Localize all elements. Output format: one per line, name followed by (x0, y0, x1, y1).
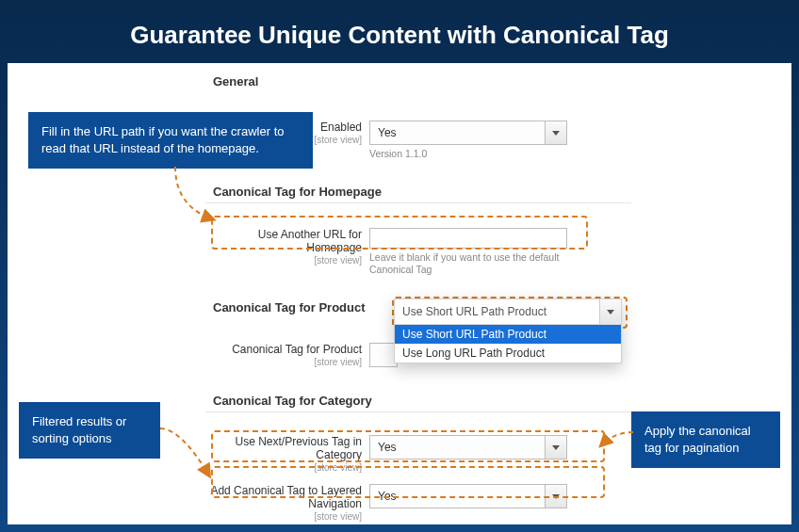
layered-value: Yes (378, 490, 397, 503)
chevron-down-icon (599, 299, 621, 324)
settings-panel: General Enabled [store view] Yes Version… (8, 63, 791, 524)
row-next-prev: Use Next/Previous Tag in Category [store… (205, 435, 631, 475)
product-path-option-short[interactable]: Use Short URL Path Product (395, 325, 621, 344)
use-another-url-input[interactable] (369, 228, 567, 249)
chevron-down-icon (545, 485, 566, 508)
page-title: Guarantee Unique Content with Canonical … (0, 21, 799, 50)
callout-pagination: Apply the canonical tag for pagination (631, 411, 780, 468)
product-path-option-long[interactable]: Use Long URL Path Product (395, 344, 621, 363)
next-prev-scope: [store view] (205, 461, 362, 475)
use-another-url-scope: [store view] (205, 254, 362, 267)
section-product-title: Canonical Tag for Product (213, 300, 366, 314)
product-path-dropdown[interactable]: Use Short URL Path Product Use Short URL… (394, 298, 622, 363)
use-another-url-note: Leave it blank if you want to use the de… (369, 251, 577, 276)
section-category: Canonical Tag for Category (205, 388, 631, 412)
layered-scope: [store view] (205, 510, 362, 524)
chevron-down-icon (545, 121, 566, 144)
canonical-product-label: Canonical Tag for Product (205, 343, 362, 356)
version-text: Version 1.1.0 (369, 148, 577, 160)
callout-url-path: Fill in the URL path if you want the cra… (28, 112, 313, 169)
section-general: General (205, 69, 631, 92)
section-category-title: Canonical Tag for Category (213, 394, 372, 408)
row-use-another-url: Use Another URL for Homepage [store view… (205, 228, 631, 276)
section-homepage-title: Canonical Tag for Homepage (213, 185, 382, 199)
next-prev-value: Yes (378, 441, 397, 454)
next-prev-label: Use Next/Previous Tag in Category (205, 435, 362, 461)
use-another-url-label: Use Another URL for Homepage (205, 228, 362, 254)
canonical-product-scope: [store view] (205, 356, 362, 369)
chevron-down-icon (545, 436, 566, 459)
next-prev-select[interactable]: Yes (369, 435, 567, 459)
enabled-value: Yes (378, 126, 397, 139)
row-layered: Add Canonical Tag to Layered Navigation … (205, 484, 631, 524)
enabled-select[interactable]: Yes (369, 121, 567, 145)
callout-filtered-results: Filtered results or sorting options (19, 402, 160, 459)
section-homepage: Canonical Tag for Homepage (205, 179, 631, 203)
section-general-title: General (213, 74, 258, 89)
layered-label: Add Canonical Tag to Layered Navigation (205, 484, 362, 510)
layered-select[interactable]: Yes (369, 484, 567, 508)
product-path-current[interactable]: Use Short URL Path Product (395, 299, 621, 325)
